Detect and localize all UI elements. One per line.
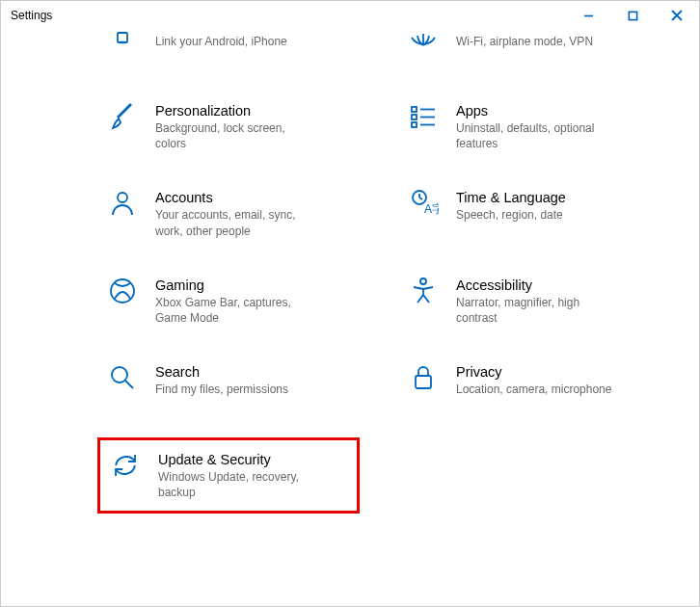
- svg-rect-11: [412, 122, 417, 127]
- xbox-icon: [105, 276, 140, 310]
- tile-desc: Xbox Game Bar, captures, Game Mode: [155, 295, 319, 326]
- tile-title: Personalization: [155, 103, 352, 119]
- tile-search[interactable]: Search Find my files, permissions: [97, 353, 360, 420]
- tile-accessibility[interactable]: Accessibility Narrator, magnifier, high …: [398, 266, 660, 335]
- paintbrush-icon: [105, 101, 140, 136]
- window-title: Settings: [11, 9, 52, 22]
- tile-desc: Link your Android, iPhone: [155, 34, 319, 49]
- sync-icon: [108, 450, 143, 485]
- tile-desc: Background, lock screen, colors: [155, 120, 319, 151]
- tile-title: Time & Language: [456, 190, 653, 205]
- svg-rect-1: [629, 12, 636, 19]
- svg-text:A字: A字: [424, 202, 439, 216]
- settings-grid: Link your Android, iPhone Wi-Fi, airplan…: [97, 30, 660, 514]
- svg-line-16: [419, 198, 422, 199]
- settings-content: Link your Android, iPhone Wi-Fi, airplan…: [1, 30, 699, 533]
- tile-gaming[interactable]: Gaming Xbox Game Bar, captures, Game Mod…: [97, 266, 360, 335]
- minimize-button[interactable]: [566, 1, 610, 30]
- tile-title: Search: [155, 364, 352, 380]
- tile-title: Gaming: [155, 277, 352, 293]
- person-icon: [105, 188, 140, 223]
- tile-network[interactable]: Wi-Fi, airplane mode, VPN: [398, 30, 660, 74]
- tile-desc: Wi-Fi, airplane mode, VPN: [456, 34, 620, 49]
- search-icon: [105, 362, 140, 397]
- apps-list-icon: [406, 101, 441, 136]
- svg-rect-25: [416, 376, 431, 388]
- tile-personalization[interactable]: Personalization Background, lock screen,…: [97, 92, 360, 161]
- svg-point-18: [111, 279, 134, 303]
- window-controls: [566, 1, 699, 30]
- tile-update-security[interactable]: Update & Security Windows Update, recove…: [97, 437, 360, 513]
- svg-line-21: [417, 295, 423, 303]
- svg-rect-7: [412, 107, 417, 112]
- tile-privacy[interactable]: Privacy Location, camera, microphone: [398, 353, 660, 420]
- maximize-button[interactable]: [610, 1, 655, 30]
- tile-accounts[interactable]: Accounts Your accounts, email, sync, wor…: [97, 178, 360, 248]
- svg-point-23: [112, 367, 127, 383]
- tile-desc: Your accounts, email, sync, work, other …: [155, 207, 319, 238]
- titlebar: Settings: [1, 1, 699, 30]
- tile-desc: Narrator, magnifier, high contrast: [456, 295, 620, 326]
- close-button[interactable]: [655, 1, 699, 30]
- tile-apps[interactable]: Apps Uninstall, defaults, optional featu…: [398, 92, 660, 161]
- svg-rect-4: [118, 33, 127, 42]
- svg-point-13: [118, 193, 127, 202]
- tile-desc: Uninstall, defaults, optional features: [456, 120, 620, 151]
- svg-point-19: [420, 278, 426, 284]
- tile-time-language[interactable]: A字 Time & Language Speech, region, date: [398, 178, 660, 248]
- svg-rect-9: [412, 115, 417, 119]
- tile-title: Apps: [456, 103, 653, 119]
- lock-icon: [406, 362, 441, 397]
- tile-title: Accounts: [155, 190, 352, 205]
- accessibility-icon: [406, 276, 441, 310]
- tile-desc: Windows Update, recovery, backup: [158, 469, 322, 500]
- tile-desc: Find my files, permissions: [155, 382, 319, 397]
- tile-phone[interactable]: Link your Android, iPhone: [97, 30, 360, 74]
- tile-title: Accessibility: [456, 277, 653, 293]
- tile-title: Privacy: [456, 364, 653, 380]
- tile-desc: Speech, region, date: [456, 207, 620, 223]
- svg-line-24: [125, 381, 133, 388]
- clock-language-icon: A字: [406, 188, 441, 223]
- tile-desc: Location, camera, microphone: [456, 382, 620, 397]
- svg-line-22: [423, 295, 429, 303]
- globe-icon: [406, 30, 441, 65]
- phone-icon: [105, 30, 140, 65]
- tile-title: Update & Security: [158, 452, 349, 467]
